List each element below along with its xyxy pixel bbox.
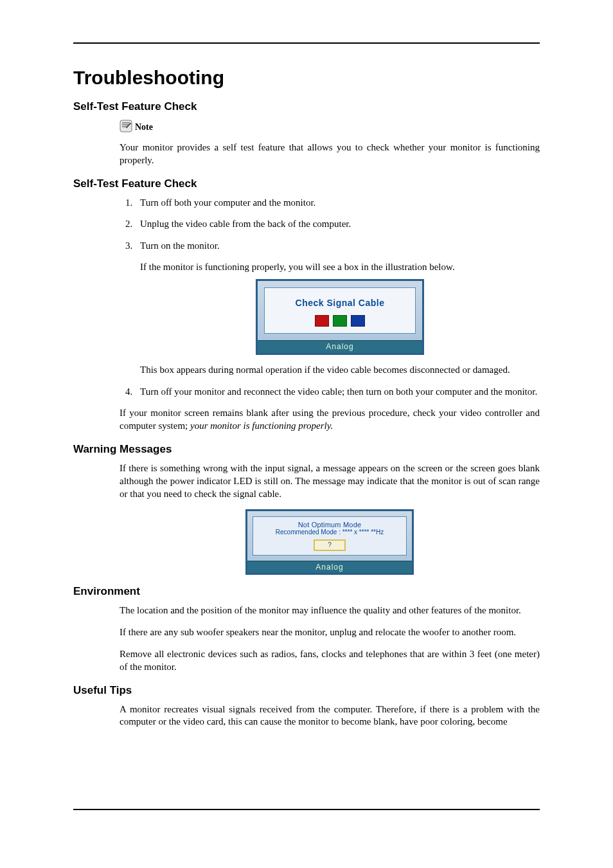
warning-body: If there is something wrong with the inp…	[120, 462, 540, 500]
osd-not-optimum-footer: Analog	[247, 561, 412, 573]
section-heading-warning: Warning Messages	[73, 443, 540, 456]
self-test-closing-b: your monitor is functioning properly.	[190, 420, 333, 431]
osd-check-signal-inner: Check Signal Cable	[264, 287, 416, 334]
environment-p1: The location and the position of the mon…	[120, 604, 540, 617]
section-body-warning: If there is something wrong with the inp…	[73, 462, 540, 575]
step-3-para-1: If the monitor is functioning properly, …	[140, 261, 540, 274]
osd-check-signal-illustration: Check Signal Cable Analog	[256, 279, 424, 356]
section-body-self-test-1: Note Your monitor provides a self test f…	[73, 120, 540, 167]
step-3-text: Turn on the monitor.	[140, 240, 220, 251]
top-rule	[73, 42, 540, 44]
environment-p2: If there are any sub woofer speakers nea…	[120, 626, 540, 639]
note-row: Note	[120, 120, 540, 135]
section-heading-self-test-2: Self-Test Feature Check	[73, 177, 540, 190]
page-title: Troubleshooting	[73, 67, 540, 89]
section-heading-tips: Useful Tips	[73, 684, 540, 697]
osd-not-optimum-inner: Not Optimum Mode Recommended Mode : ****…	[253, 516, 407, 556]
osd-not-optimum-question: ?	[314, 539, 346, 551]
step-3: Turn on the monitor. If the monitor is f…	[135, 240, 540, 377]
step-2-text: Unplug the video cable from the back of …	[140, 219, 351, 229]
section-body-environment: The location and the position of the mon…	[73, 604, 540, 673]
osd-not-optimum-line2: Recommended Mode : **** x **** **Hz	[253, 529, 406, 536]
section-heading-environment: Environment	[73, 585, 540, 598]
step-1-text: Turn off both your computer and the moni…	[140, 197, 315, 208]
section-heading-self-test-1: Self-Test Feature Check	[73, 100, 540, 113]
swatch-green	[333, 315, 347, 327]
svg-rect-0	[120, 120, 132, 132]
environment-p3: Remove all electronic devices such as ra…	[120, 648, 540, 674]
note-label: Note	[135, 122, 153, 132]
swatch-red	[315, 315, 329, 327]
bottom-rule	[73, 809, 540, 810]
note-body: Your monitor provides a self test featur…	[120, 141, 540, 167]
self-test-closing: If your monitor screen remains blank aft…	[120, 407, 540, 433]
step-3-para-2: This box appears during normal operation…	[140, 364, 540, 377]
osd-check-signal-title: Check Signal Cable	[265, 297, 415, 309]
tips-p1: A monitor recreates visual signals recei…	[120, 703, 540, 729]
section-body-self-test-2: Turn off both your computer and the moni…	[73, 197, 540, 433]
step-2: Unplug the video cable from the back of …	[135, 218, 540, 231]
section-body-tips: A monitor recreates visual signals recei…	[73, 703, 540, 729]
osd-color-swatches	[265, 315, 415, 327]
step-4-text: Turn off your monitor and reconnect the …	[140, 386, 537, 397]
swatch-blue	[351, 315, 365, 327]
document-page: Troubleshooting Self-Test Feature Check …	[0, 0, 613, 868]
step-1: Turn off both your computer and the moni…	[135, 197, 540, 210]
osd-not-optimum-illustration: Not Optimum Mode Recommended Mode : ****…	[245, 509, 414, 575]
osd-not-optimum-line1: Not Optimum Mode	[253, 521, 406, 529]
ordered-steps: Turn off both your computer and the moni…	[120, 197, 540, 399]
note-icon	[120, 120, 132, 135]
osd-check-signal-footer: Analog	[258, 340, 422, 354]
step-4: Turn off your monitor and reconnect the …	[135, 386, 540, 399]
